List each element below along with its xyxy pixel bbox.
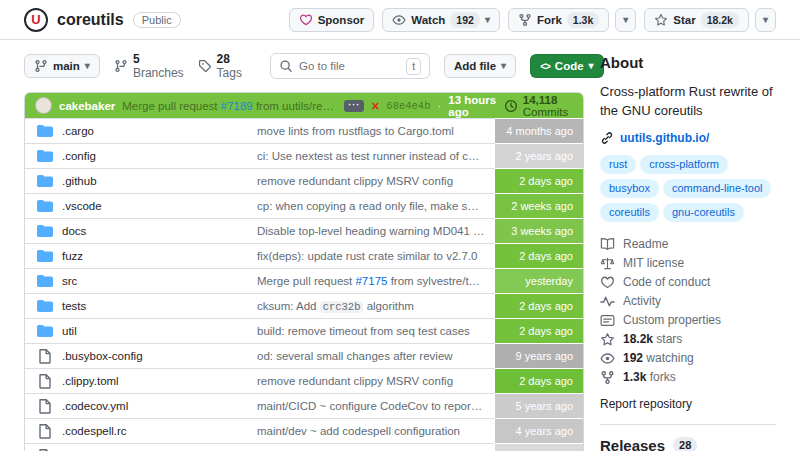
meta-item[interactable]: 192 watching [600, 349, 776, 368]
table-row: testscksum: Add crc32b algorithm2 days a… [25, 293, 583, 318]
meta-label: Readme [623, 237, 668, 251]
file-name-cell: .codespell.rc [25, 423, 257, 439]
meta-item[interactable]: 1.3k forks [600, 368, 776, 387]
file-name-link[interactable]: .cargo [62, 125, 94, 137]
message-text: from sylvestre/thiserror2 [387, 275, 495, 287]
ci-status-failed-icon[interactable] [371, 99, 379, 113]
commit-age-cell: yesterday [495, 269, 583, 293]
star-dropdown-button[interactable] [755, 8, 776, 32]
file-name-link[interactable]: .config [62, 150, 96, 162]
commit-message-link[interactable]: fix(deps): update rust crate similar to … [257, 250, 495, 262]
file-icon [37, 423, 53, 439]
website-link[interactable]: uutils.github.io/ [600, 131, 776, 145]
code-icon [540, 60, 550, 72]
github-repo-page: coreutils Public Sponsor Watch 192 Fork … [0, 0, 800, 451]
branches-link[interactable]: 5 Branches [114, 52, 184, 80]
commit-message-link[interactable]: maint/CICD ~ configure CodeCov to report… [257, 400, 495, 412]
meta-label: 18.2k stars [623, 332, 682, 346]
topic-command-line-tool[interactable]: command-line-tool [663, 179, 771, 198]
file-table: .cargomove lints from rustflags to Cargo… [25, 118, 583, 451]
commit-hash[interactable]: 68e4e4b [386, 100, 430, 112]
commit-message-link[interactable]: maint/dev ~ add codespell configuration [257, 425, 495, 437]
folder-icon [37, 223, 53, 239]
commit-message-link[interactable]: Merge pull request #7175 from sylvestre/… [257, 275, 495, 287]
commit-message-link[interactable]: remove redundant clippy MSRV config [257, 375, 495, 387]
watch-count: 192 [450, 12, 480, 28]
code-button[interactable]: Code [530, 54, 603, 78]
file-name-link[interactable]: tests [62, 300, 86, 312]
file-name-link[interactable]: .vscode [62, 200, 102, 212]
commit-message-link[interactable]: remove redundant clippy MSRV config [257, 175, 495, 187]
file-name-cell: .cargo [25, 123, 257, 139]
branch-selector-button[interactable]: main [24, 54, 100, 78]
meta-item[interactable]: Readme [600, 235, 776, 254]
meta-item[interactable]: MIT license [600, 254, 776, 273]
pr-link[interactable]: #7189 [221, 100, 253, 112]
topic-rust[interactable]: rust [600, 155, 636, 174]
repo-header: coreutils Public Sponsor Watch 192 Fork … [0, 0, 800, 40]
commit-history-link[interactable]: 14,118 Commits [504, 94, 573, 118]
message-text: algorithm [363, 300, 414, 312]
commit-age-cell: 2 days ago [495, 244, 583, 268]
chevron-down-icon [763, 14, 768, 26]
releases-title[interactable]: Releases [600, 437, 665, 451]
repo-name-link[interactable]: coreutils [57, 11, 124, 29]
file-name-link[interactable]: .busybox-config [62, 350, 143, 362]
file-name-cell: .config [25, 148, 257, 164]
commit-message-link[interactable]: build: remove timeout from seq test case… [257, 325, 495, 337]
commit-message-link[interactable]: od: several small changes after review [257, 350, 495, 362]
org-avatar-uutils[interactable] [24, 8, 48, 32]
file-name-cell: .github [25, 173, 257, 189]
commit-message-link[interactable]: move lints from rustflags to Cargo.toml [257, 125, 495, 137]
commit-ellipsis-button[interactable] [344, 100, 364, 112]
table-row: .githubremove redundant clippy MSRV conf… [25, 168, 583, 193]
meta-item[interactable]: 18.2k stars [600, 330, 776, 349]
tags-link[interactable]: 28 Tags [198, 52, 242, 80]
watch-button[interactable]: Watch 192 [382, 8, 500, 32]
star-icon [600, 332, 615, 347]
file-name-link[interactable]: fuzz [62, 250, 83, 262]
commit-age-cell: 4 months ago [495, 119, 583, 143]
commit-message-link[interactable]: Merge pull request #7189 from uutils/ren… [122, 100, 337, 112]
commit-message-link[interactable]: cksum: Add crc32b algorithm [257, 300, 495, 313]
table-row [25, 443, 583, 451]
commit-message-link[interactable]: cp: when copying a read only file, make … [257, 200, 495, 212]
message-text: Disable top-level heading warning MD041 … [257, 225, 495, 237]
commit-author-link[interactable]: cakebaker [59, 100, 115, 112]
code-span: crc32b [320, 301, 364, 313]
file-name-link[interactable]: .codespell.rc [62, 425, 127, 437]
table-row: .codespell.rcmaint/dev ~ add codespell c… [25, 418, 583, 443]
search-icon [279, 59, 293, 73]
fork-button[interactable]: Fork 1.3k [508, 8, 609, 32]
file-name-link[interactable]: docs [62, 225, 86, 237]
fork-icon [600, 370, 615, 385]
file-name-link[interactable]: .codecov.yml [62, 400, 128, 412]
file-name-link[interactable]: .clippy.toml [62, 375, 119, 387]
topic-coreutils[interactable]: coreutils [600, 203, 659, 222]
add-file-button[interactable]: Add file [444, 54, 516, 78]
file-name-cell: docs [25, 223, 257, 239]
law-icon [600, 256, 615, 271]
file-name-link[interactable]: .github [62, 175, 97, 187]
star-button[interactable]: Star 18.2k [644, 8, 749, 32]
commit-message-link[interactable]: Disable top-level heading warning MD041 … [257, 225, 495, 237]
topic-busybox[interactable]: busybox [600, 179, 659, 198]
meta-item[interactable]: Custom properties [600, 311, 776, 330]
fork-dropdown-button[interactable] [615, 8, 636, 32]
topic-cross-platform[interactable]: cross-platform [640, 155, 728, 174]
topic-gnu-coreutils[interactable]: gnu-coreutils [663, 203, 744, 222]
go-to-file-input[interactable] [299, 60, 400, 72]
go-to-file-search[interactable]: t [270, 53, 430, 79]
message-text: maint/dev ~ add codespell configuration [257, 425, 460, 437]
message-text: move lints from rustflags to Cargo.toml [257, 125, 454, 137]
meta-item[interactable]: Activity [600, 292, 776, 311]
meta-item[interactable]: Code of conduct [600, 273, 776, 292]
repo-content: main 5 Branches 28 Tags t [0, 40, 800, 451]
sponsor-button[interactable]: Sponsor [289, 8, 375, 32]
commit-message-link[interactable]: ci: Use nextest as test runner instead o… [257, 150, 495, 162]
report-repository-link[interactable]: Report repository [600, 397, 776, 411]
pr-link[interactable]: #7175 [355, 275, 387, 287]
file-name-link[interactable]: src [62, 275, 77, 287]
file-name-link[interactable]: util [62, 325, 77, 337]
commit-author-avatar[interactable] [35, 97, 52, 114]
